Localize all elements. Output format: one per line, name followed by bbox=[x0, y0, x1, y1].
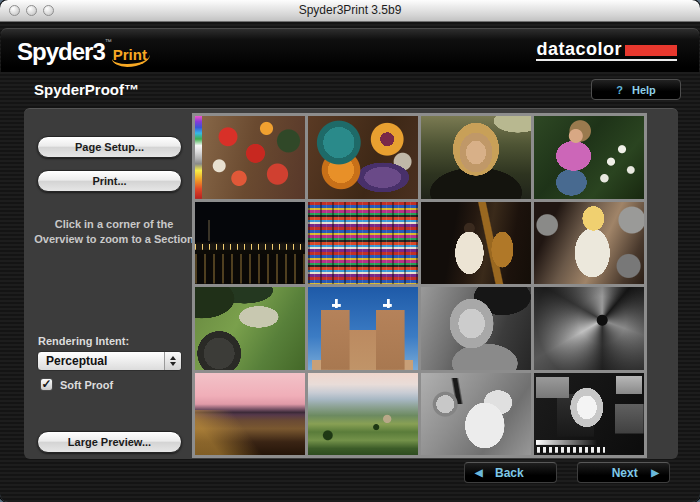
thumbnail-mirror-spheres[interactable] bbox=[534, 202, 644, 285]
window-zoom-button[interactable] bbox=[43, 5, 54, 16]
window-titlebar: Spyder3Print 3.5b9 bbox=[0, 0, 700, 22]
brand-bar: Spyder3™Print datacolor bbox=[1, 28, 699, 72]
thumbnail-bw-test-collage[interactable] bbox=[534, 373, 644, 456]
instruction-text: Click in a corner of the Overview to zoo… bbox=[26, 217, 202, 247]
page-header: SpyderProof™ ? Help bbox=[0, 78, 700, 104]
large-preview-button[interactable]: Large Preview... bbox=[37, 431, 182, 453]
rendering-intent-value: Perceptual bbox=[38, 354, 164, 368]
rendering-intent-label: Rendering Intent: bbox=[38, 335, 129, 347]
help-icon: ? bbox=[616, 84, 623, 96]
window-minimize-button[interactable] bbox=[26, 5, 37, 16]
next-arrow-icon: ▶ bbox=[651, 468, 659, 478]
thumbnail-girl-flowers[interactable] bbox=[534, 116, 644, 199]
thumbnail-night-skyline[interactable] bbox=[195, 202, 305, 285]
thumbnail-painted-plates[interactable] bbox=[308, 116, 418, 199]
window-close-button[interactable] bbox=[9, 5, 20, 16]
logo-tm-mark: ™ bbox=[105, 38, 112, 45]
thumbnail-tuscan-hills[interactable] bbox=[308, 373, 418, 456]
back-button[interactable]: ◀ Back bbox=[464, 462, 557, 483]
rendering-intent-select[interactable]: Perceptual bbox=[37, 351, 182, 371]
checkmark-icon: ✓ bbox=[41, 378, 51, 390]
thumbnail-adobe-church[interactable] bbox=[308, 287, 418, 370]
datacolor-red-block bbox=[625, 45, 677, 56]
thumbnail-bass-player[interactable] bbox=[421, 202, 531, 285]
instruction-line-1: Click in a corner of the bbox=[55, 218, 174, 230]
app-window: Spyder3Print 3.5b9 Spyder3™Print datacol… bbox=[0, 0, 700, 502]
window-controls bbox=[9, 5, 54, 16]
soft-proof-checkbox[interactable]: ✓ bbox=[40, 378, 53, 391]
chevron-down-icon bbox=[170, 362, 176, 369]
next-button[interactable]: Next ▶ bbox=[577, 462, 670, 483]
page-title: SpyderProof™ bbox=[34, 81, 139, 98]
soft-proof-label: Soft Proof bbox=[60, 379, 113, 391]
thumbnail-blonde-portrait[interactable] bbox=[421, 116, 531, 199]
thumbnail-spiral-staircase[interactable] bbox=[534, 287, 644, 370]
updown-stepper-icon bbox=[164, 352, 181, 370]
chevron-up-icon bbox=[170, 353, 176, 360]
page-setup-button[interactable]: Page Setup... bbox=[37, 136, 182, 158]
content-panel: Page Setup... Print... Click in a corner… bbox=[24, 108, 678, 459]
help-button[interactable]: ? Help bbox=[591, 79, 681, 100]
thumbnail-sunset-hills[interactable] bbox=[195, 373, 305, 456]
instruction-line-2: Overview to zoom to a Section bbox=[34, 233, 194, 245]
next-label: Next bbox=[612, 466, 638, 480]
datacolor-logo: datacolor bbox=[536, 42, 677, 61]
logo-spyder-text: Spyder bbox=[17, 38, 92, 65]
datacolor-wordmark: datacolor bbox=[536, 42, 622, 56]
logo-print-text: Print bbox=[112, 46, 150, 67]
thumbnail-bw-scooter[interactable] bbox=[421, 373, 531, 456]
window-title: Spyder3Print 3.5b9 bbox=[0, 0, 700, 21]
thumbnail-garden-urn[interactable] bbox=[195, 287, 305, 370]
back-label: Back bbox=[495, 466, 524, 480]
proof-grid bbox=[192, 113, 647, 458]
thumbnail-textiles[interactable] bbox=[308, 202, 418, 285]
print-button[interactable]: Print... bbox=[37, 170, 182, 192]
spyder3print-logo: Spyder3™Print bbox=[17, 38, 150, 66]
thumbnail-bw-portrait[interactable] bbox=[421, 287, 531, 370]
back-arrow-icon: ◀ bbox=[475, 468, 483, 478]
thumbnail-chili-peppers[interactable] bbox=[195, 116, 305, 199]
soft-proof-row[interactable]: ✓ Soft Proof bbox=[40, 378, 113, 391]
logo-three-text: 3 bbox=[92, 38, 104, 65]
help-label: Help bbox=[632, 84, 656, 96]
